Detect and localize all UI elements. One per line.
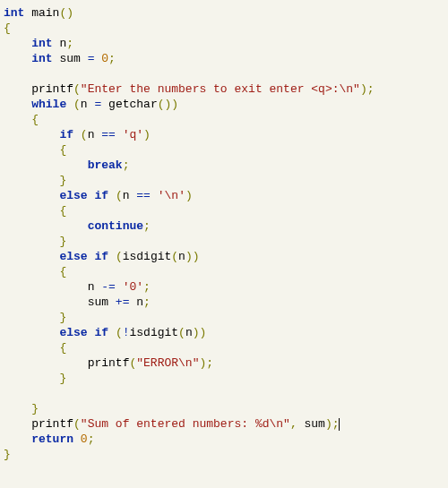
paren-open: (	[158, 98, 165, 111]
char-newline: '\n'	[158, 189, 185, 202]
paren-close: )	[66, 6, 73, 20]
semicolon: ;	[143, 280, 151, 294]
text-caret-icon	[339, 418, 340, 431]
op-pluseq: +=	[116, 295, 130, 309]
identifier-n: n	[136, 295, 143, 309]
identifier-n: n	[178, 250, 185, 263]
paren-close: )	[185, 189, 193, 202]
code-block: int main() { int n; int sum = 0; printf(…	[0, 0, 448, 467]
paren-open: (	[81, 128, 88, 141]
keyword-int: int	[4, 6, 24, 20]
identifier-sum: sum	[88, 295, 108, 309]
identifier-sum: sum	[59, 52, 80, 65]
identifier-main: main	[31, 6, 59, 20]
identifier-isdigit: isdigit	[123, 250, 172, 263]
paren-close: )	[200, 326, 207, 339]
string-error: "ERROR\n"	[136, 356, 199, 370]
paren-close: )	[193, 326, 200, 339]
paren-close: )	[143, 128, 151, 141]
op-eq: ==	[136, 189, 151, 202]
number-zero: 0	[81, 432, 88, 446]
keyword-int: int	[31, 37, 52, 50]
identifier-n: n	[123, 189, 130, 202]
paren-open: (	[116, 326, 123, 339]
paren-close: )	[171, 98, 178, 111]
brace-open: {	[59, 204, 66, 218]
op-eq: ==	[101, 128, 116, 141]
keyword-else: else	[59, 250, 87, 263]
paren-close: )	[193, 250, 200, 263]
paren-open: (	[116, 189, 123, 202]
op-minuseq: -=	[101, 280, 116, 294]
string-prompt: "Enter the numbers to exit enter <q>:\n"	[81, 82, 360, 96]
paren-open: (	[116, 250, 123, 263]
char-q: 'q'	[123, 128, 143, 141]
keyword-if: if	[94, 250, 108, 263]
op-assign: =	[94, 98, 101, 111]
brace-open: {	[59, 143, 66, 157]
identifier-printf: printf	[31, 82, 73, 96]
semicolon: ;	[123, 158, 130, 172]
keyword-if: if	[94, 326, 108, 339]
brace-close: }	[59, 235, 66, 248]
paren-open: (	[171, 250, 178, 263]
brace-open: {	[31, 113, 39, 126]
brace-open: {	[59, 341, 66, 355]
paren-close: )	[325, 417, 332, 431]
paren-close: )	[185, 250, 193, 263]
paren-open: (	[73, 98, 81, 111]
keyword-int: int	[31, 52, 52, 65]
op-assign: =	[88, 52, 95, 65]
keyword-if: if	[94, 189, 108, 202]
paren-open: (	[73, 417, 81, 431]
string-sumfmt: "Sum of entered numbers: %d\n"	[81, 417, 290, 431]
keyword-while: while	[31, 98, 66, 111]
brace-close: }	[59, 372, 66, 385]
identifier-n: n	[185, 326, 193, 339]
brace-open: {	[4, 21, 11, 35]
identifier-n: n	[88, 280, 95, 294]
identifier-printf: printf	[31, 417, 73, 431]
keyword-else: else	[59, 326, 87, 339]
identifier-sum: sum	[305, 417, 325, 431]
keyword-break: break	[88, 158, 123, 172]
semicolon: ;	[88, 432, 95, 446]
op-bang: !	[123, 326, 130, 339]
identifier-isdigit: isdigit	[130, 326, 179, 339]
number-zero: 0	[101, 52, 108, 65]
keyword-return: return	[31, 432, 73, 446]
keyword-if: if	[59, 128, 73, 141]
brace-close: }	[4, 448, 11, 461]
identifier-printf: printf	[88, 356, 130, 370]
brace-close: }	[59, 311, 66, 324]
brace-close: }	[31, 402, 39, 415]
semicolon: ;	[108, 52, 116, 65]
comma: ,	[290, 417, 297, 431]
brace-close: }	[59, 174, 66, 187]
semicolon: ;	[66, 37, 73, 50]
char-zero: '0'	[123, 280, 143, 294]
keyword-continue: continue	[88, 219, 143, 233]
identifier-n: n	[81, 98, 88, 111]
paren-open: (	[178, 326, 185, 339]
paren-close: )	[360, 82, 367, 96]
identifier-n: n	[88, 128, 95, 141]
identifier-getchar: getchar	[108, 98, 158, 111]
keyword-else: else	[59, 189, 87, 202]
semicolon: ;	[143, 219, 151, 233]
paren-open: (	[73, 82, 81, 96]
semicolon: ;	[367, 82, 375, 96]
brace-open: {	[59, 265, 66, 278]
semicolon: ;	[206, 356, 213, 370]
semicolon: ;	[143, 295, 151, 309]
